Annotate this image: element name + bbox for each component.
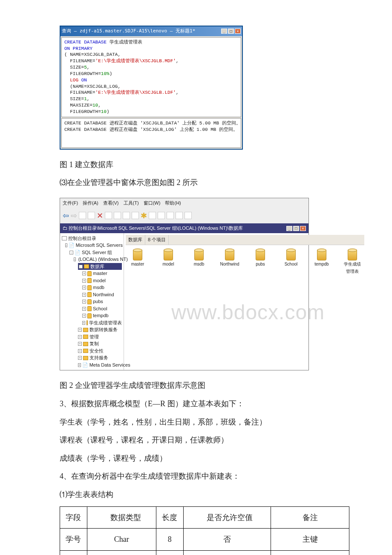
toolbar-button[interactable]: [158, 212, 165, 219]
figure2-caption: 图 2 企业管理器学生成绩管理数据库示意图: [60, 379, 349, 392]
list-item[interactable]: master: [128, 249, 147, 275]
toolbar-button[interactable]: [149, 212, 156, 219]
toolbar-button[interactable]: [176, 212, 183, 219]
back-icon[interactable]: ⇦: [63, 209, 69, 223]
expand-icon[interactable]: +: [78, 363, 81, 367]
content-pane: 数据库 8 个项目 master model msdb Northwind pu…: [124, 233, 366, 370]
database-icon: [87, 306, 92, 311]
forward-icon[interactable]: ⇨: [71, 209, 77, 223]
path-text: 控制台根目录\Microsoft SQL Servers\SQL Server …: [69, 225, 243, 231]
folder-icon: [83, 335, 88, 339]
col-header: 字段: [60, 506, 87, 529]
paragraph: 成绩表（学号，课程号，成绩）: [60, 452, 349, 465]
query-analyzer-window: 查询 — zdjf-a15.master.SDJF-A15\lenovo — 无…: [60, 26, 243, 150]
list-item[interactable]: School: [282, 249, 300, 275]
menu-file[interactable]: 文件(F): [63, 200, 78, 205]
paragraph: 学生表（学号，姓名，性别，出生日期，系部，班级，备注）: [60, 416, 349, 429]
maximize-icon[interactable]: □: [228, 29, 234, 34]
database-icon: [87, 299, 92, 304]
menu-window[interactable]: 窗口(W): [144, 200, 161, 205]
database-icon: [225, 249, 234, 260]
toolbar-button[interactable]: [123, 212, 130, 219]
menubar[interactable]: 文件(F) 操作(A) 查看(V) 工具(T) 窗口(W) 帮助(H): [60, 198, 308, 208]
expand-icon[interactable]: +: [78, 328, 82, 332]
expand-icon[interactable]: +: [78, 342, 82, 346]
expand-icon[interactable]: +: [82, 272, 86, 275]
expand-icon[interactable]: +: [78, 349, 82, 353]
menu-view[interactable]: 查看(V): [103, 200, 119, 205]
paragraph: 3、根据数据库概念模型（E—R 图）建立基本表如下：: [60, 397, 349, 410]
student-table-structure: 字段 数据类型 长度 是否允许空值 备注 学号 Char 8 否 主键 姓名 C…: [60, 506, 349, 555]
table-row: 学号 Char 8 否 主键: [60, 529, 349, 551]
toolbar-button[interactable]: [88, 212, 95, 219]
toolbar-button[interactable]: [132, 212, 139, 219]
message-pane: CREATE DATABASE 进程正在磁盘 'XSCJGLB_DATA' 上分…: [61, 118, 241, 148]
expand-icon[interactable]: +: [82, 293, 86, 297]
expand-icon[interactable]: +: [78, 356, 82, 360]
database-icon: [87, 313, 92, 318]
menu-tools[interactable]: 工具(T): [124, 200, 139, 205]
titlebar: 查询 — zdjf-a15.master.SDJF-A15\lenovo — 无…: [61, 26, 242, 36]
list-item[interactable]: model: [159, 249, 178, 275]
folder-icon: [84, 264, 89, 269]
minimize-icon[interactable]: _: [221, 29, 227, 34]
database-icon: [164, 249, 173, 260]
database-icon: [348, 249, 357, 260]
paragraph: 4、在查询分析器中在学生成绩管理数据库中新建表：: [60, 470, 349, 483]
database-icon: [256, 249, 265, 260]
paragraph: ⑴学生表表结构: [60, 488, 349, 501]
expand-icon[interactable]: +: [82, 307, 86, 311]
enterprise-manager-window: 文件(F) 操作(A) 查看(V) 工具(T) 窗口(W) 帮助(H) ⇦ ⇨ …: [60, 198, 309, 370]
toolbar-button[interactable]: [114, 212, 121, 219]
expand-icon[interactable]: +: [82, 279, 86, 283]
delete-icon[interactable]: ✕: [97, 209, 103, 223]
minimize-icon[interactable]: _: [286, 226, 292, 231]
paragraph: ⑶在企业管理器中窗体示意图如图 2 所示: [60, 176, 349, 189]
star-icon[interactable]: ✱: [141, 209, 147, 223]
collapse-icon[interactable]: -: [79, 265, 83, 269]
list-header: 数据库 8 个项目: [126, 235, 364, 245]
figure1-caption: 图 1 建立数据库: [60, 158, 349, 171]
col-header: 是否允许空值: [183, 506, 271, 529]
collapse-icon[interactable]: -: [65, 243, 67, 247]
folder-icon: [83, 328, 88, 332]
collapse-icon[interactable]: -: [69, 251, 73, 254]
close-icon[interactable]: ×: [300, 226, 306, 231]
expand-icon[interactable]: +: [82, 314, 86, 318]
window-title: 查询 — zdjf-a15.master.SDJF-A15\lenovo — 无…: [62, 27, 195, 35]
toolbar-button[interactable]: [105, 212, 112, 219]
col-header: 备注: [271, 506, 349, 529]
toolbar-button[interactable]: [167, 212, 174, 219]
list-item[interactable]: Northwind: [220, 249, 239, 275]
toolbar: ⇦ ⇨ ✕ ✱: [60, 208, 308, 224]
sql-code-pane[interactable]: CREATE DATABASE 学生成绩管理表 ON PRIMARY ( NAM…: [61, 37, 241, 117]
expand-icon[interactable]: +: [82, 321, 85, 325]
folder-icon: [83, 356, 88, 360]
folder-icon: [83, 342, 88, 346]
database-icon: [87, 292, 92, 297]
database-icon: [87, 278, 92, 283]
database-icon: [133, 249, 142, 260]
list-item[interactable]: pubs: [251, 249, 270, 275]
menu-help[interactable]: 帮助(H): [165, 200, 181, 205]
expand-icon[interactable]: +: [78, 335, 82, 339]
list-item[interactable]: msdb: [190, 249, 208, 275]
path-bar: 🗀 控制台根目录\Microsoft SQL Servers\SQL Serve…: [60, 223, 308, 233]
close-icon[interactable]: ×: [235, 29, 241, 34]
database-icon: [87, 285, 92, 290]
toolbar-button[interactable]: [184, 212, 192, 219]
folder-icon: [83, 349, 88, 353]
list-item[interactable]: tempdb: [312, 249, 331, 275]
table-row: 姓名 Char 10 否: [60, 550, 349, 555]
toolbar-button[interactable]: [79, 212, 86, 219]
database-icon: [87, 271, 92, 276]
col-header: 长度: [156, 506, 183, 529]
menu-action[interactable]: 操作(A): [83, 200, 98, 205]
maximize-icon[interactable]: □: [293, 226, 299, 231]
collapse-icon[interactable]: -: [74, 257, 76, 261]
expand-icon[interactable]: +: [82, 300, 86, 304]
tree-view[interactable]: 控制台根目录 -📄Microsoft SQL Servers -📄SQL Ser…: [60, 233, 124, 370]
expand-icon[interactable]: +: [82, 286, 86, 289]
list-item[interactable]: 学生成绩管理表: [343, 249, 362, 275]
database-icon: [194, 249, 204, 260]
